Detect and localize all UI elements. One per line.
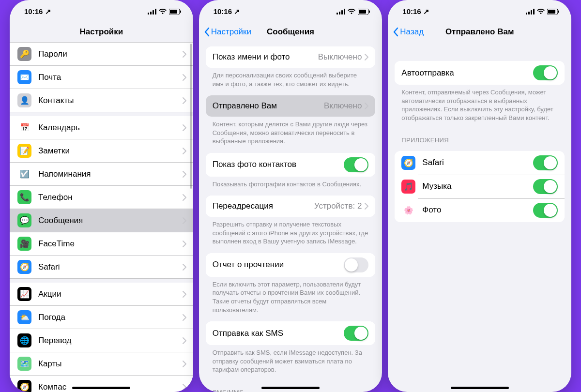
footer-note: Отправить как SMS, если iMessage недосту… <box>199 345 382 377</box>
wifi-icon <box>348 9 355 15</box>
row-forwarding[interactable]: Переадресация Устройств: 2 <box>206 196 376 217</box>
home-indicator[interactable] <box>261 387 320 389</box>
row-label: Переадресация <box>213 201 314 211</box>
back-button[interactable]: Назад <box>393 27 424 37</box>
settings-item[interactable]: 📅Календарь <box>10 116 193 139</box>
chevron-right-icon <box>183 337 186 344</box>
row-name-photo[interactable]: Показ имени и фото Выключено <box>206 46 376 68</box>
status-indicators <box>148 9 182 15</box>
switch-app[interactable] <box>533 203 558 218</box>
wifi-icon <box>537 9 545 15</box>
settings-item[interactable]: ✉️Почта <box>10 66 193 89</box>
settings-item-label: Погода <box>38 313 183 322</box>
back-button[interactable]: Настройки <box>204 27 251 37</box>
battery-icon <box>547 9 560 15</box>
row-shared-with-you[interactable]: Отправлено Вам Включено <box>206 95 376 117</box>
phone-settings: 10:16 ↗ Настройки 🔑Пароли✉️Почта👤Контакт… <box>10 0 193 392</box>
settings-item[interactable]: 💬Сообщения <box>10 209 193 232</box>
home-indicator[interactable] <box>451 387 509 389</box>
settings-item[interactable]: 🗺️Карты <box>10 352 193 376</box>
settings-item[interactable]: 🧭Safari <box>10 256 193 279</box>
nav-title: Настройки <box>79 27 123 37</box>
settings-item[interactable]: 🌐Перевод <box>10 329 193 352</box>
settings-item-label: Телефон <box>38 193 183 202</box>
switch-contact-photos[interactable] <box>344 157 368 172</box>
chevron-right-icon <box>183 264 186 271</box>
app-icon: 🎵 <box>401 180 415 194</box>
switch-read-receipts[interactable] <box>344 257 368 272</box>
footer-note: Контент, которым делятся с Вами другие л… <box>199 117 382 149</box>
switch-auto-sharing[interactable] <box>533 65 558 80</box>
settings-item-label: Safari <box>38 262 183 272</box>
settings-item[interactable]: 📈Акции <box>10 283 193 306</box>
app-icon: ☑️ <box>17 167 31 181</box>
app-toggle-row[interactable]: 🧭Safari <box>395 151 565 175</box>
back-label: Назад <box>400 27 424 37</box>
home-indicator[interactable] <box>72 387 130 389</box>
status-bar: 10:16 ↗ <box>388 0 571 21</box>
app-icon: ⛅ <box>17 310 31 324</box>
chevron-right-icon <box>183 291 186 298</box>
settings-item-label: Карты <box>38 359 183 369</box>
svg-rect-8 <box>339 12 340 15</box>
back-label: Настройки <box>211 27 251 37</box>
messages-scroll[interactable]: Показ имени и фото Выключено Для персона… <box>199 43 382 392</box>
svg-rect-6 <box>180 11 181 13</box>
switch-send-as-sms[interactable] <box>344 326 368 341</box>
status-time: 10:16 ↗ <box>24 7 51 16</box>
settings-item[interactable]: 🎥FaceTime <box>10 232 193 256</box>
row-send-as-sms[interactable]: Отправка как SMS <box>206 321 376 345</box>
settings-item[interactable]: 🔑Пароли <box>10 43 193 66</box>
row-read-receipts[interactable]: Отчет о прочтении <box>206 253 376 277</box>
chevron-right-icon <box>183 148 186 154</box>
svg-rect-5 <box>170 10 177 14</box>
settings-item[interactable]: 👤Контакты <box>10 89 193 112</box>
settings-item[interactable]: ⛅Погода <box>10 306 193 329</box>
chevron-left-icon <box>393 27 398 37</box>
row-auto-sharing[interactable]: Автоотправка <box>395 61 565 85</box>
signal-icon <box>526 9 535 15</box>
svg-rect-3 <box>155 9 156 15</box>
svg-rect-9 <box>341 10 343 15</box>
settings-item-label: Почта <box>38 73 183 82</box>
svg-rect-0 <box>148 13 149 15</box>
chevron-left-icon <box>204 27 210 37</box>
svg-rect-7 <box>336 13 338 15</box>
row-label: Отправлено Вам <box>213 101 324 111</box>
app-icon: 🧭 <box>17 380 31 392</box>
svg-rect-2 <box>153 10 154 15</box>
app-icon: 🎥 <box>17 237 31 251</box>
app-icon: 📝 <box>17 144 31 158</box>
chevron-right-icon <box>183 97 186 104</box>
signal-icon <box>336 9 345 15</box>
chevron-right-icon <box>183 51 186 58</box>
settings-item[interactable]: 📝Заметки <box>10 139 193 163</box>
row-detail: Выключено <box>318 52 362 62</box>
shared-scroll[interactable]: Автоотправка Контент, отправляемый через… <box>388 43 571 392</box>
settings-item[interactable]: 🧭Компас <box>10 376 193 392</box>
footer-note: Контент, отправляемый через Сообщения, м… <box>388 85 571 125</box>
app-icon: ✉️ <box>17 70 31 84</box>
settings-item-label: Перевод <box>38 336 183 346</box>
settings-item[interactable]: ☑️Напоминания <box>10 163 193 186</box>
row-contact-photos[interactable]: Показ фото контактов <box>206 153 376 177</box>
chevron-right-icon <box>365 103 368 109</box>
app-icon: 📞 <box>17 190 31 204</box>
settings-item-label: Пароли <box>38 49 183 59</box>
app-toggle-row[interactable]: 🎵Музыка <box>395 175 565 198</box>
app-toggle-row[interactable]: 🌸Фото <box>395 198 565 222</box>
switch-app[interactable] <box>533 179 558 194</box>
settings-item-label: Контакты <box>38 96 183 106</box>
app-icon: 🧭 <box>401 156 415 170</box>
chevron-right-icon <box>365 54 368 60</box>
settings-scroll[interactable]: 🔑Пароли✉️Почта👤Контакты📅Календарь📝Заметк… <box>10 43 193 392</box>
svg-rect-1 <box>150 12 152 15</box>
app-icon: 💬 <box>17 213 31 227</box>
svg-rect-17 <box>533 9 535 15</box>
status-bar: 10:16 ↗ <box>10 0 193 21</box>
settings-item-label: Календарь <box>38 123 183 133</box>
app-icon: 🧭 <box>17 260 31 274</box>
settings-item[interactable]: 📞Телефон <box>10 186 193 209</box>
app-label: Safari <box>422 158 533 167</box>
switch-app[interactable] <box>533 155 558 170</box>
